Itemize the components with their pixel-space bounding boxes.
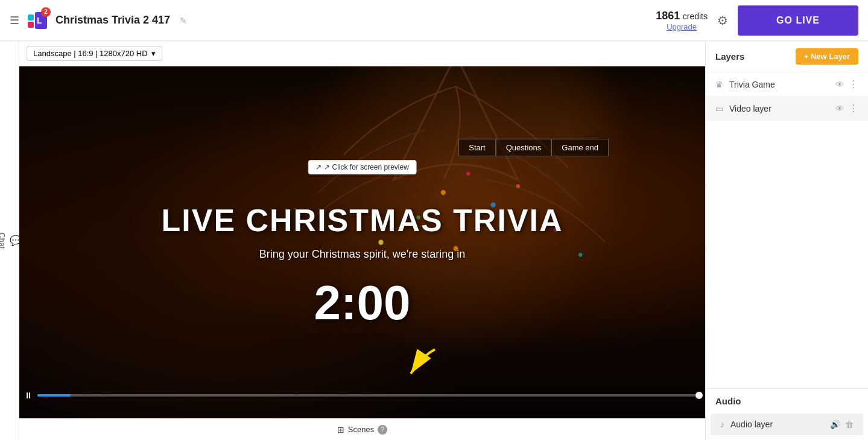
progress-bar[interactable] — [37, 394, 700, 397]
header: ☰ L 2 Christmas Trivia 2 417 ✎ 1861 cred… — [0, 0, 868, 41]
live-subtitle: Bring your Christmas spirit, we're stari… — [161, 248, 563, 261]
toolbar-bar: Landscape | 16:9 | 1280x720 HD ▾ — [19, 41, 705, 66]
progress-fill — [37, 394, 71, 397]
trivia-game-icon: ♛ — [715, 80, 723, 89]
logo: L 2 — [27, 10, 48, 31]
arrow-annotation — [399, 343, 447, 382]
header-right: 1861 credits Upgrade ⚙ GO LIVE — [656, 5, 858, 36]
upgrade-link[interactable]: Upgrade — [656, 22, 708, 31]
svg-point-5 — [466, 172, 470, 176]
preview-label: ↗ Click for screen preview — [324, 163, 409, 171]
chat-sidebar[interactable]: 💬 Chat — [0, 41, 19, 440]
credits-amount: 1861 — [656, 10, 680, 22]
project-title: Christmas Trivia 2 417 — [55, 14, 170, 27]
video-progress: ⏸ — [24, 391, 700, 400]
video-layer-icon: ▭ — [715, 104, 723, 113]
video-content: LIVE CHRISTMAS TRIVIA Bring your Christm… — [149, 190, 575, 343]
chevron-down-icon: ▾ — [151, 49, 156, 58]
notification-badge: 2 — [41, 7, 51, 17]
audio-section: Audio ♪ Audio layer 🔊 🗑 — [706, 388, 868, 440]
audio-actions: 🔊 🗑 — [830, 419, 854, 429]
video-container: The video will start playing from the cu… — [19, 66, 705, 418]
header-left: ☰ L 2 Christmas Trivia 2 417 ✎ — [10, 10, 187, 31]
tab-questions[interactable]: Questions — [496, 139, 552, 156]
layer-name-video: Video layer — [729, 104, 829, 113]
svg-point-8 — [516, 184, 520, 188]
svg-rect-0 — [28, 14, 34, 21]
preview-icon: ↗ — [315, 163, 322, 171]
chat-label: Chat — [0, 232, 7, 249]
screen-preview-button[interactable]: ↗ ↗ Click for screen preview — [308, 160, 417, 174]
center-content: Landscape | 16:9 | 1280x720 HD ▾ — [19, 41, 705, 440]
go-live-button[interactable]: GO LIVE — [738, 5, 858, 36]
layer-video-more-icon[interactable]: ⋮ — [849, 103, 858, 114]
layer-item-video-layer[interactable]: ▭ Video layer 👁 ⋮ — [706, 97, 868, 121]
audio-title: Audio — [715, 396, 741, 406]
layer-item-trivia-game[interactable]: ♛ Trivia Game 👁 ⋮ — [706, 72, 868, 97]
video-tab-bar: Start Questions Game end — [458, 139, 609, 156]
tab-start[interactable]: Start — [458, 139, 495, 156]
aspect-label: Landscape | 16:9 | 1280x720 HD — [33, 49, 148, 58]
audio-volume-icon[interactable]: 🔊 — [830, 419, 840, 429]
layer-name-trivia-game: Trivia Game — [729, 80, 829, 89]
layer-actions-video: 👁 ⋮ — [835, 103, 858, 114]
audio-delete-icon[interactable]: 🗑 — [845, 419, 854, 429]
audio-layer-icon: ♪ — [720, 419, 724, 429]
layers-header: Layers + New Layer — [706, 41, 868, 72]
svg-text:L: L — [37, 16, 42, 25]
svg-point-13 — [578, 253, 582, 257]
layers-title: Layers — [715, 51, 744, 62]
layer-visibility-icon[interactable]: 👁 — [835, 80, 844, 89]
arrow-svg — [399, 343, 447, 380]
audio-header: Audio — [706, 389, 868, 413]
new-layer-button[interactable]: + New Layer — [796, 48, 858, 65]
credits-block: 1861 credits Upgrade — [656, 10, 708, 31]
scenes-label[interactable]: Scenes — [348, 425, 374, 434]
play-pause-icon[interactable]: ⏸ — [24, 391, 33, 400]
menu-icon[interactable]: ☰ — [10, 14, 19, 27]
svg-rect-1 — [28, 22, 34, 28]
scenes-help-icon[interactable]: ? — [378, 425, 387, 435]
live-title: LIVE CHRISTMAS TRIVIA — [161, 202, 563, 238]
scenes-bar: ⊞ Scenes ? — [19, 418, 705, 440]
layers-spacer — [706, 121, 868, 388]
layer-video-visibility-icon[interactable]: 👁 — [835, 104, 844, 113]
layer-actions-trivia: 👁 ⋮ — [835, 78, 858, 90]
edit-project-icon[interactable]: ✎ — [180, 16, 187, 25]
main-body: 💬 Chat Landscape | 16:9 | 1280x720 HD ▾ — [0, 41, 868, 440]
layer-more-icon[interactable]: ⋮ — [849, 78, 858, 90]
progress-dot[interactable] — [695, 392, 703, 399]
audio-layer-name: Audio layer — [730, 419, 824, 429]
tab-game-end[interactable]: Game end — [551, 139, 609, 156]
credits-label: credits — [683, 11, 708, 21]
countdown-timer: 2:00 — [161, 275, 563, 331]
aspect-dropdown[interactable]: Landscape | 16:9 | 1280x720 HD ▾ — [27, 46, 162, 61]
settings-icon[interactable]: ⚙ — [717, 13, 728, 28]
scenes-icon: ⊞ — [337, 425, 344, 435]
right-panel: Layers + New Layer ♛ Trivia Game 👁 ⋮ ▭ V… — [705, 41, 868, 440]
audio-item[interactable]: ♪ Audio layer 🔊 🗑 — [711, 413, 863, 435]
